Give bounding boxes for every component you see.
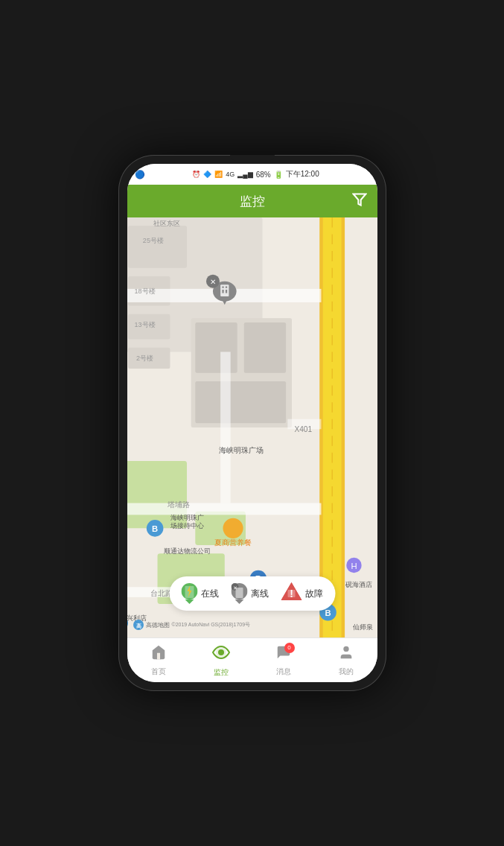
svg-point-28 — [223, 518, 243, 538]
svg-text:高: 高 — [135, 623, 141, 629]
phone-screen: 🔵 ⏰ 🔷 📶 4G ▂▄▆ 68% 🔋 下午12:00 监控 — [127, 164, 377, 682]
bluetooth-icon: 🔷 — [203, 171, 211, 178]
svg-rect-58 — [222, 286, 223, 287]
svg-marker-0 — [353, 194, 366, 205]
wifi-icon: 📶 — [214, 171, 223, 178]
legend-fault-label: 故障 — [305, 588, 323, 600]
battery-percent: 68% — [256, 171, 271, 179]
svg-text:H: H — [351, 562, 357, 570]
svg-rect-57 — [225, 290, 226, 293]
tab-profile-label: 我的 — [339, 667, 354, 677]
legend-bar: 在线 ✕ 离线 — [169, 576, 335, 611]
svg-text:18号楼: 18号楼 — [134, 287, 155, 295]
svg-text:塔埔路: 塔埔路 — [166, 500, 189, 509]
phone-frame: 🔵 ⏰ 🔷 📶 4G ▂▄▆ 68% 🔋 下午12:00 监控 — [118, 155, 386, 691]
svg-rect-56 — [222, 290, 223, 293]
svg-text:仙师泉: 仙师泉 — [353, 623, 373, 631]
svg-text:✕: ✕ — [209, 278, 215, 286]
home-icon — [150, 644, 167, 665]
legend-online: 在线 — [181, 583, 219, 604]
legend-offline-label: 离线 — [251, 588, 269, 600]
svg-marker-61 — [185, 599, 194, 604]
legend-offline: ✕ 离线 — [231, 583, 269, 604]
eye-icon — [212, 643, 230, 666]
app-bar-title: 监控 — [240, 193, 265, 210]
svg-text:25号楼: 25号楼 — [142, 237, 163, 244]
battery-icon: 🔋 — [274, 171, 283, 179]
svg-text:13号楼: 13号楼 — [134, 321, 155, 328]
map-attribution: 高 高德地图 ©2019 AutoNavi GS(2018)1709号 — [133, 620, 251, 630]
svg-rect-20 — [220, 352, 231, 503]
svg-rect-59 — [225, 286, 226, 287]
svg-rect-10 — [195, 381, 286, 423]
svg-text:砚海酒店: 砚海酒店 — [345, 581, 372, 588]
legend-online-label: 在线 — [201, 588, 219, 600]
status-left: 🔵 — [135, 170, 145, 179]
svg-text:社区东区: 社区东区 — [153, 220, 179, 227]
svg-text:B: B — [152, 524, 158, 533]
tab-home-label: 首页 — [151, 667, 166, 677]
tab-profile[interactable]: 我的 — [315, 644, 377, 677]
map-copyright: ©2019 AutoNavi GS(2018)1709号 — [172, 621, 251, 629]
signal-bars: 4G — [226, 171, 235, 178]
svg-text:X401: X401 — [294, 425, 312, 433]
tab-monitor[interactable]: 监控 — [190, 643, 252, 678]
svg-text:场接待中心: 场接待中心 — [169, 522, 203, 529]
tab-monitor-label: 监控 — [214, 667, 229, 678]
svg-text:海峡明珠广场: 海峡明珠广场 — [219, 446, 264, 454]
person-icon — [338, 644, 354, 665]
svg-rect-55 — [220, 284, 229, 296]
svg-marker-64 — [235, 599, 243, 604]
phone-notch — [230, 155, 275, 161]
tab-home[interactable]: 首页 — [127, 644, 190, 677]
svg-point-76 — [343, 646, 348, 651]
signal-icon: ▂▄▆ — [237, 171, 252, 178]
status-bar: 🔵 ⏰ 🔷 📶 4G ▂▄▆ 68% 🔋 下午12:00 — [127, 164, 377, 185]
svg-text:海峡明珠广: 海峡明珠广 — [170, 514, 203, 521]
svg-rect-3 — [128, 226, 187, 267]
legend-fault: ! 故障 — [281, 582, 323, 605]
time-display: 下午12:00 — [286, 169, 319, 179]
map-container[interactable]: B B P 环岛东路 塔埔路 台北路 X401 X401 25号楼 18号楼 1… — [127, 217, 377, 637]
svg-text:B: B — [325, 608, 331, 617]
app-bar: 监控 — [127, 185, 377, 217]
svg-text:夏商营养餐: 夏商营养餐 — [214, 538, 252, 547]
svg-rect-9 — [243, 322, 285, 373]
filter-icon[interactable] — [352, 192, 367, 211]
svg-rect-18 — [127, 503, 321, 515]
map-logo: 高德地图 — [146, 621, 170, 629]
tab-bar: 首页 监控 0 消息 — [127, 637, 377, 682]
svg-rect-67 — [235, 588, 243, 598]
svg-point-75 — [216, 647, 226, 658]
message-icon: 0 — [275, 644, 292, 665]
svg-rect-71 — [287, 590, 295, 597]
tab-message[interactable]: 0 消息 — [252, 644, 315, 677]
status-center: ⏰ 🔷 📶 4G ▂▄▆ 68% 🔋 下午12:00 — [192, 169, 319, 179]
svg-text:2号楼: 2号楼 — [136, 354, 153, 362]
svg-rect-8 — [195, 322, 237, 373]
tab-message-label: 消息 — [276, 667, 291, 677]
svg-text:顺通达物流公司: 顺通达物流公司 — [163, 547, 210, 555]
app-status-icon: 🔵 — [135, 170, 145, 179]
message-badge: 0 — [284, 643, 295, 653]
alarm-icon: ⏰ — [192, 171, 200, 178]
